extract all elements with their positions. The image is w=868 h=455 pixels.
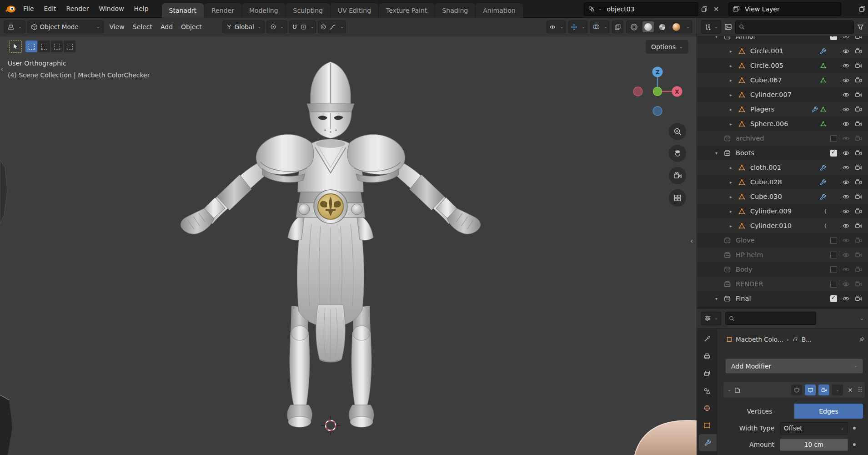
row-label[interactable]: RENDER [736,280,763,288]
phys-icon[interactable] [820,121,827,127]
expand-arrow-icon[interactable]: ▸ [730,209,738,214]
zoom-button[interactable] [669,123,686,140]
workspace-tab-animation[interactable]: Animation [476,3,522,18]
menu-edit[interactable]: Edit [39,5,61,12]
shading-wireframe-button[interactable] [628,21,640,32]
affect-edges-button[interactable]: Edges [794,404,863,419]
collection-checkbox[interactable] [830,266,837,273]
eye-icon[interactable] [839,295,852,303]
row-label[interactable]: Circle.005 [750,62,783,69]
menu-file[interactable]: File [18,5,39,12]
properties-search[interactable] [725,312,816,325]
expand-arrow-icon[interactable]: ▸ [730,92,738,97]
collection-checkbox[interactable] [830,281,837,288]
outliner-row[interactable]: RENDER [697,277,868,291]
display-mode-icon[interactable] [724,23,732,30]
workspace-tab-shading[interactable]: Shading [435,3,475,18]
camera-icon[interactable] [852,295,865,302]
outliner-editor-type-button[interactable]: ⌄ [701,20,721,34]
row-label[interactable]: Body [736,266,753,273]
camera-icon[interactable] [852,76,865,84]
outliner-row[interactable]: ▾ Final [697,291,868,306]
add-modifier-button[interactable]: Add Modifier ⌄ [725,359,863,374]
eye-icon[interactable] [839,251,852,259]
workspace-tab-sculpting[interactable]: Sculpting [286,3,330,18]
navigation-gizmo[interactable]: Z X [630,64,685,119]
camera-icon[interactable] [852,135,865,142]
expand-arrow-icon[interactable]: ▸ [730,180,738,185]
outliner-row[interactable]: ▾ Boots [697,146,868,160]
properties-tab-tool[interactable] [697,330,717,348]
properties-tab-output[interactable] [697,348,717,365]
properties-tab-object[interactable] [697,417,717,434]
row-label[interactable]: cloth.001 [750,164,781,171]
eye-icon[interactable] [839,237,852,244]
view-layer-name[interactable]: View Layer [742,5,783,13]
outliner-row[interactable]: HP helm [697,248,868,262]
drag-handle-icon[interactable]: ⠿ [858,386,862,394]
eye-icon[interactable] [839,207,852,215]
wrench-icon[interactable] [820,179,827,186]
eye-icon[interactable] [839,164,852,172]
select-mode-set-button[interactable] [25,40,37,52]
wrench-icon[interactable] [820,164,827,171]
eye-icon[interactable] [839,91,852,99]
camera-icon[interactable] [852,193,865,200]
camera-icon[interactable] [852,62,865,69]
outliner-search-input[interactable] [747,23,850,31]
eye-icon[interactable] [839,120,852,128]
camera-icon[interactable] [852,164,865,171]
properties-tab-scene[interactable] [697,382,717,399]
outliner-row[interactable]: archived [697,131,868,146]
shading-rendered-button[interactable] [671,21,682,32]
width-type-dropdown[interactable]: Offset ⌄ [780,422,848,435]
pivot-point-dropdown[interactable]: ⌄ [266,20,287,33]
row-label[interactable]: archived [736,135,764,142]
menu-render[interactable]: Render [61,5,94,12]
row-label[interactable]: Cylinder.007 [750,91,792,98]
outliner-row[interactable]: ▸ cloth.001 [697,160,868,175]
shading-solid-button[interactable] [642,21,654,32]
eye-icon[interactable] [839,47,852,55]
camera-icon[interactable] [852,280,865,288]
outliner-row[interactable]: ▸ Plagers [697,102,868,116]
row-label[interactable]: Plagers [750,106,774,113]
eye-icon[interactable] [839,178,852,186]
row-label[interactable]: Final [736,295,751,302]
menu-window[interactable]: Window [94,5,129,12]
properties-editor-type-button[interactable]: ⌄ [701,312,721,325]
expand-arrow-icon[interactable]: ▸ [730,63,738,68]
expand-arrow-icon[interactable]: ▾ [715,296,724,301]
scene-selector[interactable]: ⌄ object03 [584,2,698,16]
eye-icon[interactable] [839,222,852,230]
expand-arrow-icon[interactable]: ▸ [730,107,738,112]
row-label[interactable]: Circle.001 [750,47,783,55]
new-scene-button[interactable] [698,2,710,16]
expand-arrow-icon[interactable]: ▸ [730,121,738,126]
outliner-search[interactable] [735,20,854,34]
workspace-tab-stanadrt[interactable]: Stanadrt [162,3,204,18]
blender-logo-icon[interactable] [5,4,16,14]
expand-arrow-icon[interactable]: ▸ [730,194,738,199]
outliner-row[interactable]: ▸ Cube.028 [697,175,868,189]
outliner-row[interactable]: ▸ Cylinder.010 ( [697,218,868,233]
breadcrumb-object-name[interactable]: Macbeth Colo... [736,336,783,343]
toolbar-expand-arrow[interactable]: ‹ [0,66,3,73]
amount-field[interactable]: 10 cm [780,439,848,451]
camera-icon[interactable] [852,251,865,258]
menu-select[interactable]: Select [129,18,156,36]
row-label[interactable]: Cube.067 [750,76,782,84]
xray-toggle[interactable] [612,20,623,33]
eye-icon[interactable] [839,76,852,84]
eye-icon[interactable] [839,135,852,142]
camera-icon[interactable] [852,237,865,244]
modifier-render-toggle[interactable] [818,384,829,395]
wrench-icon[interactable] [820,193,827,200]
properties-tab-world[interactable] [697,399,717,417]
row-label[interactable]: Glove [736,237,755,244]
filter-icon[interactable] [857,24,864,30]
outliner-row[interactable]: ▸ Cylinder.009 ( [697,204,868,218]
background-object[interactable] [633,412,697,455]
gizmo-minus-x-axis[interactable] [633,87,642,96]
viewport-3d[interactable]: User Orthographic (4) Scene Collection |… [0,36,697,455]
